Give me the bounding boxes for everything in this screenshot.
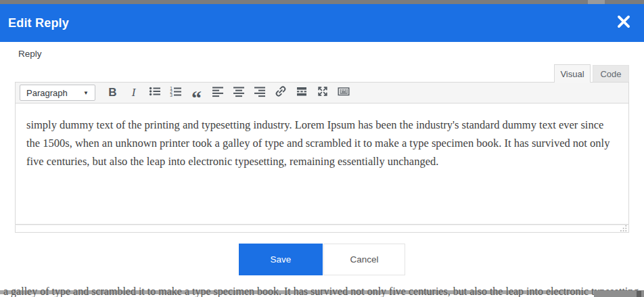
chevron-down-icon: ▼ bbox=[83, 90, 89, 96]
italic-icon: I bbox=[132, 86, 136, 99]
numbered-list-button[interactable]: 1 2 3 bbox=[165, 84, 186, 101]
paragraph-format-value: Paragraph bbox=[26, 88, 68, 98]
insert-link-button[interactable] bbox=[270, 84, 291, 101]
fullscreen-button[interactable] bbox=[312, 84, 333, 101]
link-icon bbox=[274, 85, 288, 101]
modal-overlay-band bbox=[0, 290, 644, 294]
tab-visual[interactable]: Visual bbox=[554, 64, 591, 83]
align-center-icon bbox=[232, 85, 246, 101]
bulleted-list-button[interactable] bbox=[144, 84, 165, 101]
resize-grabber[interactable] bbox=[620, 223, 627, 235]
modal-header: Edit Reply bbox=[0, 4, 644, 42]
align-right-button[interactable] bbox=[249, 84, 270, 101]
svg-text:3: 3 bbox=[170, 93, 172, 97]
bold-icon: B bbox=[108, 86, 116, 99]
align-left-button[interactable] bbox=[207, 84, 228, 101]
editor-paragraph: simply dummy text of the printing and ty… bbox=[26, 116, 618, 170]
scrollbar-thumb bbox=[637, 291, 641, 297]
blockquote-button[interactable]: “ bbox=[186, 84, 207, 101]
close-button[interactable] bbox=[614, 14, 633, 32]
tab-code-label: Code bbox=[600, 69, 621, 79]
read-more-icon bbox=[295, 85, 308, 101]
wysiwyg-editor: Visual Code Paragraph ▼ B I bbox=[15, 64, 629, 233]
align-left-icon bbox=[211, 85, 225, 101]
bulleted-list-icon bbox=[148, 85, 162, 101]
reply-field-label: Reply bbox=[18, 49, 42, 59]
fullscreen-icon bbox=[316, 85, 329, 101]
bold-button[interactable]: B bbox=[102, 84, 123, 101]
cancel-button[interactable]: Cancel bbox=[323, 244, 405, 275]
modal-title: Edit Reply bbox=[8, 16, 69, 30]
italic-button[interactable]: I bbox=[123, 84, 144, 101]
modal-body: Reply Visual Code Paragraph ▼ B I bbox=[0, 42, 644, 285]
toolbar-toggle-button[interactable] bbox=[333, 84, 354, 101]
align-center-button[interactable] bbox=[228, 84, 249, 101]
tab-visual-label: Visual bbox=[560, 69, 584, 79]
modal-actions: Save Cancel bbox=[0, 244, 644, 275]
numbered-list-icon: 1 2 3 bbox=[169, 85, 183, 101]
editor-toolbar: Paragraph ▼ B I 1 bbox=[15, 82, 629, 104]
align-right-icon bbox=[253, 85, 267, 101]
read-more-tag-button[interactable] bbox=[291, 84, 312, 101]
save-button[interactable]: Save bbox=[239, 244, 323, 275]
editor-mode-tabs: Visual Code bbox=[15, 64, 629, 82]
tab-code[interactable]: Code bbox=[593, 65, 629, 82]
keyboard-icon bbox=[337, 85, 350, 101]
paragraph-format-dropdown[interactable]: Paragraph ▼ bbox=[20, 85, 95, 101]
editor-content-area[interactable]: simply dummy text of the printing and ty… bbox=[15, 104, 629, 225]
editor-statusbar bbox=[15, 225, 629, 233]
dimmed-background-page: a galley of type and scrambled it to mak… bbox=[0, 285, 644, 297]
close-icon bbox=[616, 14, 632, 32]
